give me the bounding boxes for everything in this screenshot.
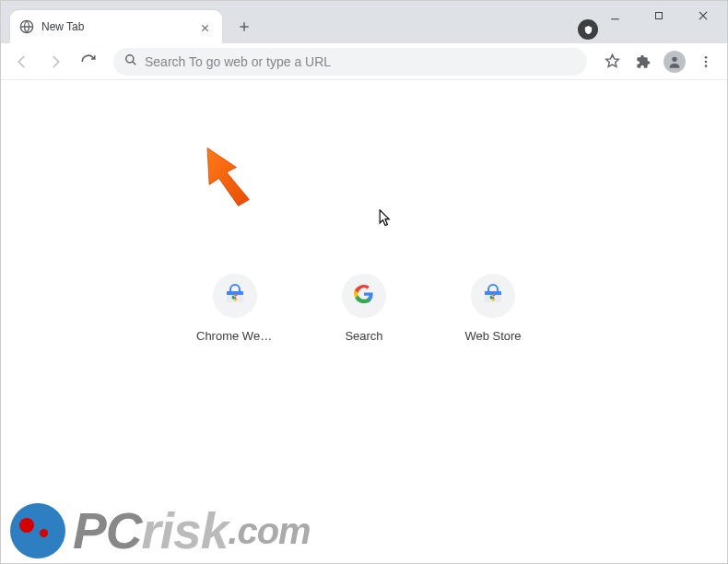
google-icon: [354, 284, 374, 308]
svg-point-3: [672, 56, 676, 61]
new-tab-content: Chrome Web … Search Web Store: [1, 80, 727, 564]
watermark-logo-icon: [10, 503, 65, 558]
omnibox-placeholder: Search To go web or type a URL: [145, 54, 331, 69]
extension-shield-icon[interactable]: [578, 19, 598, 40]
bookmark-star-icon[interactable]: [598, 48, 626, 76]
avatar-icon: [663, 51, 686, 73]
shortcut-search[interactable]: Search: [325, 274, 403, 343]
back-button[interactable]: [8, 48, 36, 76]
watermark-com: .com: [228, 511, 310, 552]
svg-point-5: [705, 60, 708, 63]
profile-avatar[interactable]: [661, 48, 688, 76]
chrome-store-icon: [224, 283, 246, 309]
svg-point-10: [234, 297, 237, 300]
active-tab[interactable]: New Tab: [10, 10, 222, 43]
shortcut-web-store[interactable]: Web Store: [454, 274, 532, 343]
toolbar: Search To go web or type a URL: [1, 43, 727, 80]
close-window-button[interactable]: [685, 3, 722, 29]
extensions-icon[interactable]: [629, 48, 657, 76]
reload-button[interactable]: [75, 48, 102, 76]
tab-title: New Tab: [41, 20, 200, 33]
titlebar: New Tab: [1, 1, 727, 43]
shortcut-label: Chrome Web …: [196, 329, 274, 343]
svg-rect-1: [656, 13, 663, 19]
cursor-icon: [379, 209, 392, 228]
watermark-risk: risk: [141, 501, 228, 560]
shortcuts-row: Chrome Web … Search Web Store: [196, 274, 532, 343]
shortcut-circle: [342, 274, 386, 318]
globe-icon: [19, 19, 34, 34]
arrow-annotation-icon: [201, 145, 265, 209]
svg-point-2: [126, 54, 134, 62]
toolbar-right: [598, 48, 720, 76]
search-icon: [124, 53, 137, 70]
watermark: PCrisk.com: [10, 501, 311, 560]
shortcut-label: Web Store: [464, 329, 521, 343]
shortcut-chrome-web[interactable]: Chrome Web …: [196, 274, 274, 343]
svg-point-14: [492, 297, 495, 300]
forward-button[interactable]: [41, 48, 69, 76]
svg-point-6: [705, 65, 708, 67]
menu-button[interactable]: [692, 48, 720, 76]
omnibox[interactable]: Search To go web or type a URL: [113, 48, 587, 76]
shortcut-label: Search: [345, 329, 382, 343]
watermark-pc: PC: [73, 501, 141, 560]
minimize-button[interactable]: [596, 3, 633, 29]
svg-point-4: [705, 56, 708, 59]
shortcut-circle: [471, 274, 515, 318]
shortcut-circle: [213, 274, 257, 318]
maximize-button[interactable]: [640, 3, 677, 29]
chrome-store-icon: [482, 283, 504, 309]
window-controls: [596, 3, 722, 29]
new-tab-button[interactable]: [231, 14, 257, 40]
close-tab-icon[interactable]: [200, 20, 213, 33]
